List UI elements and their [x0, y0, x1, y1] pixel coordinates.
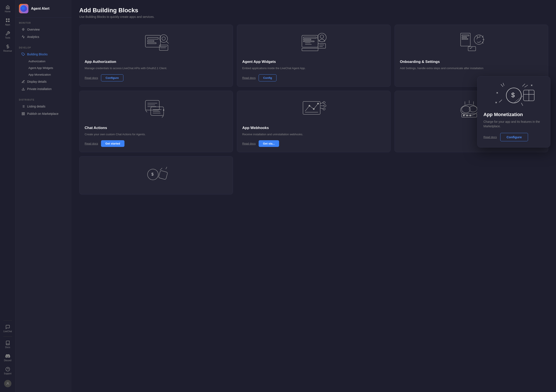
main-content: Add Building Blocks Use Building Blocks …	[71, 0, 556, 392]
svg-point-46	[474, 35, 484, 44]
overlay-desc: Charge for your app and its features in …	[483, 119, 544, 129]
svg-line-87	[160, 168, 162, 170]
svg-point-79	[466, 115, 468, 116]
configure-button[interactable]: Config	[259, 74, 277, 81]
svg-point-80	[470, 115, 471, 116]
get-started-button[interactable]: Get sta...	[259, 140, 279, 147]
support-icon	[5, 367, 10, 372]
svg-line-99	[521, 103, 523, 106]
svg-rect-0	[6, 18, 7, 20]
divider	[3, 321, 12, 321]
svg-line-88	[166, 167, 167, 169]
sidebar-item-support[interactable]: Support	[1, 365, 15, 377]
sidebar-item-listing-details[interactable]: Listing details	[19, 103, 68, 110]
sidebar-item-display-details[interactable]: Display details	[19, 78, 68, 85]
svg-point-78	[463, 115, 464, 116]
sidebar-item-publish[interactable]: Publish on Marketplace	[19, 110, 68, 118]
distribute-section: DISTRIBUTE Listing details Publish on Ma…	[15, 94, 71, 119]
get-started-button[interactable]: Get started	[101, 140, 124, 147]
cards-grid: App Authorization Manage credentials to …	[79, 24, 548, 195]
card-desc: Manage credentials to access LiveChat AP…	[85, 66, 228, 71]
authorization-illustration	[85, 30, 228, 56]
sidebar-item-apps[interactable]: Apps	[1, 16, 15, 28]
svg-line-94	[501, 84, 503, 87]
card-actions: Read docs Get sta...	[242, 140, 385, 147]
card-desc: Embed applications inside the LiveChat A…	[242, 66, 385, 71]
book-icon	[5, 341, 10, 345]
read-docs-button[interactable]: Read docs	[85, 76, 98, 79]
svg-rect-32	[303, 39, 311, 40]
sidebar-item-overview[interactable]: Overview	[19, 26, 68, 33]
svg-rect-44	[462, 37, 467, 38]
sidebar-item-analytics[interactable]: Analytics	[19, 33, 68, 40]
develop-section: DEVELOP Building Blocks Authorization Ag…	[15, 42, 71, 94]
svg-rect-33	[303, 41, 314, 42]
sidebar-item-livechat[interactable]: LiveChat	[1, 322, 15, 335]
home-icon	[22, 28, 25, 31]
sidebar-subitem-authorization[interactable]: Authorization	[26, 58, 68, 65]
svg-rect-45	[462, 39, 468, 39]
svg-rect-43	[462, 35, 469, 36]
read-docs-button[interactable]: Read docs	[242, 142, 256, 145]
monitor-label: MONITOR	[19, 22, 68, 24]
sidebar-item-discord[interactable]: Discord	[1, 352, 15, 364]
download-icon	[22, 87, 25, 91]
develop-label: DEVELOP	[19, 47, 68, 49]
svg-rect-86	[158, 170, 168, 180]
svg-line-97	[525, 85, 528, 87]
card-title: Chat Actions	[85, 126, 228, 130]
svg-rect-53	[145, 100, 159, 110]
sidebar-item-docs[interactable]: Docs	[1, 338, 15, 351]
svg-rect-57	[151, 107, 164, 116]
card-title: Onboarding & Settings	[400, 60, 543, 64]
sidebar-subitem-agent-app-widgets[interactable]: Agent App Widgets	[26, 65, 68, 71]
page-subtitle: Use Building Blocks to quickly create ap…	[79, 15, 548, 18]
sidebar-item-tools[interactable]: Tools	[1, 29, 15, 41]
sidebar-subitem-app-monetization[interactable]: App Monetization	[26, 71, 68, 78]
svg-rect-41	[302, 48, 318, 51]
card-title: Agent App Widgets	[242, 60, 385, 64]
sidebar-item-revenue[interactable]: Revenue	[1, 42, 15, 54]
svg-point-25	[162, 37, 165, 40]
svg-point-7	[7, 382, 8, 384]
app-icon	[19, 4, 28, 13]
sidebar-item-private-installation[interactable]: Private installation	[19, 85, 68, 93]
card-desc: Receive installation and uninstallation …	[242, 132, 385, 137]
configure-button[interactable]: Configure	[101, 74, 123, 81]
apps-icon	[5, 18, 10, 23]
card-desc: Create your own custom Chat Actions for …	[85, 132, 228, 137]
sidebar-item-building-blocks[interactable]: Building Blocks	[19, 51, 68, 58]
overlay-configure-button[interactable]: Configure	[500, 133, 528, 141]
home-icon	[5, 5, 10, 9]
sidebar-item-home[interactable]: Home	[1, 3, 15, 15]
svg-point-24	[160, 35, 168, 42]
card-chat-actions: Chat Actions Create your own custom Chat…	[79, 91, 233, 152]
svg-rect-21	[147, 38, 158, 39]
chat-actions-illustration	[85, 96, 228, 122]
avatar	[4, 380, 11, 387]
card-app-authorization: App Authorization Manage credentials to …	[79, 24, 233, 87]
icon-rail: Home Apps Tools Revenue LiveChat	[0, 0, 15, 392]
chat-icon	[5, 325, 10, 329]
app-header[interactable]: Agent Alert	[15, 0, 71, 17]
read-docs-button[interactable]: Read docs	[242, 76, 256, 79]
svg-line-98	[499, 100, 502, 102]
svg-rect-2	[6, 21, 7, 22]
list-icon	[22, 105, 25, 108]
svg-text:$: $	[511, 91, 515, 98]
overlay-read-docs-button[interactable]: Read docs	[483, 135, 497, 139]
svg-line-106	[514, 95, 524, 103]
puzzle-icon	[22, 53, 25, 56]
card-actions: Read docs Get started	[85, 140, 228, 147]
grid-icon	[22, 112, 25, 116]
svg-rect-22	[147, 40, 154, 42]
card-actions: Read docs Config	[242, 74, 385, 81]
svg-line-96	[522, 84, 525, 86]
svg-point-75	[462, 106, 470, 113]
svg-line-47	[477, 36, 478, 38]
read-docs-button[interactable]: Read docs	[85, 142, 98, 145]
card-placeholder-2: $	[79, 156, 233, 195]
svg-rect-23	[147, 43, 156, 44]
user-avatar[interactable]	[1, 378, 15, 389]
page-title: Add Building Blocks	[79, 7, 548, 14]
